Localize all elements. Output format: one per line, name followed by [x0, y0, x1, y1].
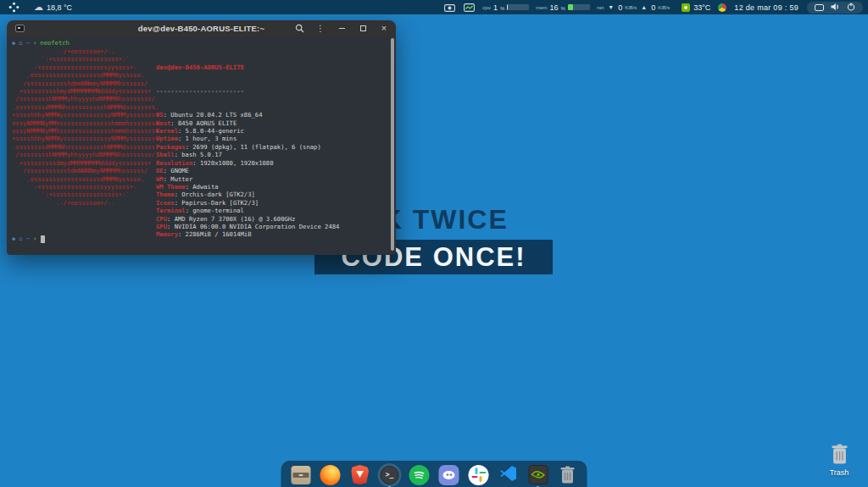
memory-unit: %: [561, 6, 565, 11]
neofetch-row: CPU: AMD Ryzen 7 3700X (16) @ 3.600GHz: [156, 215, 339, 223]
neofetch-row: Resolution: 1920x1080, 1920x1080: [156, 159, 339, 167]
neofetch-separator: ------------------------: [156, 87, 339, 95]
terminal-titlebar[interactable]: dev@dev-B450-AORUS-ELITE:~ ⋮ ×: [7, 20, 396, 36]
prompt-os-icon: ◆: [12, 39, 15, 47]
maximize-button[interactable]: [358, 24, 368, 34]
prompt-path: ~: [26, 39, 30, 47]
top-panel: ☁ 18,8 °C cpu 1 % mem 16 %: [0, 0, 868, 14]
home-icon: ⌂: [19, 39, 22, 47]
prompt-line-1: ◆ ⌂ ~ › neofetch: [12, 39, 70, 47]
neofetch-row: OS: Ubuntu 20.04.2 LTS x86_64: [156, 111, 339, 119]
neofetch-user-host: dev@dev-B450-AORUS-ELITE: [156, 64, 339, 71]
display-icon: [815, 4, 824, 11]
memory-bar: [568, 4, 590, 10]
memory-monitor[interactable]: mem 16 %: [536, 3, 590, 12]
screenshot-tray-icon[interactable]: [443, 3, 455, 12]
gpu-temp-value: 33°C: [693, 3, 710, 12]
network-down-unit: KiB/s: [625, 5, 637, 10]
neofetch-row: Uptime: 1 hour, 3 mins: [156, 135, 339, 142]
terminal-dock-icon: >_: [381, 466, 399, 484]
nvidia-icon: [528, 465, 548, 484]
trash-dock-icon: [560, 466, 576, 484]
upload-arrow-icon: ▲: [641, 4, 647, 10]
cpu-monitor[interactable]: cpu 1 %: [482, 3, 529, 12]
dock-item-files[interactable]: [289, 463, 313, 487]
dock-item-slack[interactable]: [467, 463, 491, 487]
neofetch-info-rows: OS: Ubuntu 20.04.2 LTS x86_64Host: B450 …: [156, 111, 339, 239]
cpu-label: cpu: [482, 5, 491, 10]
weather-cloud-icon: ☁: [34, 3, 43, 12]
menu-kebab-icon[interactable]: ⋮: [315, 24, 326, 34]
neofetch-row: DE: GNOME: [156, 167, 339, 174]
files-icon: [291, 466, 310, 484]
neofetch-row: WM: Mutter: [156, 175, 339, 183]
desktop-trash[interactable]: Trash: [821, 444, 858, 477]
prompt-chevron: ›: [33, 235, 36, 242]
search-icon[interactable]: [294, 24, 304, 34]
neofetch-row: Kernel: 5.8.0-44-generic: [156, 127, 339, 135]
close-button[interactable]: ×: [379, 24, 389, 34]
memory-label: mem: [536, 5, 547, 10]
prompt-chevron: ›: [33, 39, 36, 47]
applications-menu-icon[interactable]: [7, 2, 20, 13]
neofetch-row: Packages: 2699 (dpkg), 11 (flatpak), 6 (…: [156, 143, 339, 151]
terminal-scrollbar[interactable]: [391, 38, 394, 251]
neofetch-row: Host: B450 AORUS ELITE: [156, 119, 339, 127]
cpu-bar: [507, 4, 529, 10]
home-icon: ⌂: [19, 235, 22, 242]
neofetch-row: Theme: Orchis-dark [GTK2/3]: [156, 191, 339, 198]
nvidia-gpu-icon: [682, 3, 690, 12]
power-icon: [847, 3, 855, 13]
dock-item-terminal[interactable]: >_: [378, 463, 402, 487]
neofetch-info: dev@dev-B450-AORUS-ELITE ---------------…: [156, 47, 339, 255]
dock-item-nvidia[interactable]: [526, 463, 550, 487]
dock-item-trash[interactable]: [556, 463, 580, 487]
usage-pie-tray-icon[interactable]: [718, 3, 726, 12]
trash-label: Trash: [830, 468, 849, 477]
firefox-icon: [320, 465, 341, 485]
neofetch-row: WM Theme: Adwaita: [156, 183, 339, 191]
dock: >_: [281, 461, 587, 487]
discord-icon: [439, 465, 459, 485]
gpu-temp-indicator[interactable]: 33°C: [682, 3, 710, 12]
network-up-unit: KiB/s: [658, 5, 670, 10]
terminal-cursor: [41, 235, 45, 243]
network-down-value: 0: [618, 3, 622, 12]
prompt-os-icon: ◆: [12, 235, 15, 242]
volume-icon: [831, 3, 840, 13]
dock-item-firefox[interactable]: [319, 463, 342, 487]
network-label: net: [597, 5, 604, 10]
terminal-window: dev@dev-B450-AORUS-ELITE:~ ⋮ × ◆ ⌂ ~: [7, 20, 396, 255]
weather-temp: 18,8 °C: [47, 3, 72, 12]
system-monitor-tray-icon[interactable]: [463, 3, 475, 12]
cpu-value: 1: [493, 3, 498, 12]
dock-item-discord[interactable]: [437, 463, 461, 487]
dock-item-spotify[interactable]: [408, 463, 431, 487]
neofetch-row: Icons: Papirus-Dark [GTK2/3]: [156, 199, 339, 207]
network-monitor[interactable]: net ▼ 0 KiB/s ▲ 0 KiB/s: [597, 3, 670, 12]
neofetch-ascii-logo: .-/+oossssoo+/-. `:+ssssssssssssssssss+:…: [12, 47, 159, 207]
dock-item-vscode[interactable]: [497, 463, 520, 487]
memory-bar-fill: [568, 4, 573, 10]
brave-icon: [351, 465, 369, 484]
neofetch-row: Shell: bash 5.0.17: [156, 151, 339, 158]
terminal-body[interactable]: ◆ ⌂ ~ › neofetch .-/+oossssoo+/-. `:+sss…: [7, 36, 396, 255]
download-arrow-icon: ▼: [608, 4, 614, 10]
clock[interactable]: 12 de mar 09 : 59: [734, 3, 798, 12]
neofetch-row: GPU: NVIDIA 06:00.0 NVIDIA Corporation D…: [156, 223, 339, 230]
memory-value: 16: [550, 3, 559, 12]
cpu-bar-fill: [507, 4, 508, 10]
cpu-unit: %: [500, 6, 504, 11]
desktop: THINK TWICE CODE ONCE! ☁ 18,8 °C: [0, 0, 868, 487]
terminal-app-icon: [15, 25, 25, 32]
vscode-icon: [498, 463, 519, 487]
prompt-command: neofetch: [40, 39, 70, 47]
network-up-value: 0: [651, 3, 655, 12]
prompt-line-2: ◆ ⌂ ~ ›: [12, 235, 45, 243]
neofetch-row: Memory: 2286MiB / 16014MiB: [156, 230, 339, 238]
weather-indicator[interactable]: ☁ 18,8 °C: [34, 3, 72, 12]
slack-icon: [469, 465, 489, 485]
dock-item-brave[interactable]: [348, 463, 372, 487]
system-status-area[interactable]: [807, 2, 863, 14]
minimize-button[interactable]: [337, 24, 347, 34]
